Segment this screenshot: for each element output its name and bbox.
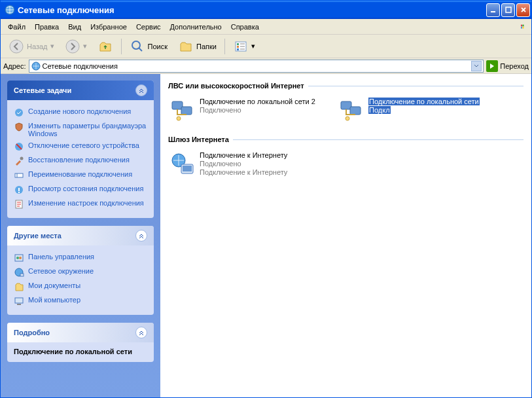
control-panel-icon bbox=[14, 253, 24, 263]
panel-body: Создание нового подключения Изменить пар… bbox=[7, 100, 154, 218]
svg-rect-34 bbox=[183, 166, 192, 172]
maximize-button[interactable] bbox=[501, 3, 515, 17]
up-button[interactable] bbox=[94, 37, 117, 56]
link-my-computer[interactable]: Мой компьютер bbox=[14, 294, 147, 308]
link-network-places[interactable]: Сетевое окружение bbox=[14, 265, 147, 280]
group-header-lan: ЛВС или высокоскоростной Интернет bbox=[163, 79, 529, 92]
task-new-connection[interactable]: Создание нового подключения bbox=[14, 105, 147, 120]
svg-rect-23 bbox=[20, 274, 24, 276]
menu-advanced[interactable]: Дополнительно bbox=[166, 21, 226, 33]
collapse-icon[interactable] bbox=[135, 327, 147, 338]
location-icon bbox=[31, 61, 41, 71]
collapse-icon[interactable] bbox=[135, 230, 147, 242]
repair-icon bbox=[14, 156, 24, 166]
group-items: Подключение по локальной сети 2 Подключе… bbox=[163, 92, 529, 133]
task-repair[interactable]: Восстановление подключения bbox=[14, 154, 147, 168]
panel-other-places: Другие места Панель управления Сетевое о… bbox=[7, 226, 154, 315]
svg-rect-7 bbox=[237, 43, 239, 45]
panel-body: Подключение по локальной сети bbox=[7, 342, 154, 362]
lan-icon bbox=[169, 98, 196, 124]
link-control-panel[interactable]: Панель управления bbox=[14, 251, 147, 265]
svg-rect-1 bbox=[491, 11, 495, 12]
status-icon bbox=[14, 185, 24, 195]
panel-network-tasks: Сетевые задачи Создание нового подключен… bbox=[7, 81, 154, 218]
task-firewall[interactable]: Изменить параметры брандмауэра Windows bbox=[14, 120, 147, 139]
panel-header[interactable]: Сетевые задачи bbox=[7, 81, 154, 100]
item-text: Подключение по локальной сети Подкл bbox=[368, 98, 499, 124]
documents-icon bbox=[14, 281, 24, 292]
item-text: Подключение по локальной сети 2 Подключе… bbox=[200, 98, 330, 124]
properties-icon bbox=[14, 199, 24, 209]
task-status[interactable]: Просмотр состояния подключения bbox=[14, 183, 147, 197]
svg-point-3 bbox=[10, 40, 23, 53]
svg-rect-14 bbox=[15, 173, 23, 177]
network-disable-icon bbox=[14, 141, 24, 152]
item-text: Подключение к Интернету Подключено Подкл… bbox=[200, 151, 330, 177]
chevron-down-icon: ▾ bbox=[83, 42, 87, 50]
menu-favorites[interactable]: Избранное bbox=[86, 21, 132, 33]
svg-rect-16 bbox=[18, 188, 20, 191]
task-disable[interactable]: Отключение сетевого устройства bbox=[14, 139, 147, 154]
svg-point-21 bbox=[19, 257, 22, 259]
back-button[interactable]: Назад ▾ bbox=[5, 37, 58, 56]
windows-flag-icon bbox=[516, 19, 531, 35]
shield-icon bbox=[14, 122, 24, 132]
window: Сетевые подключения Файл Правка Вид Избр… bbox=[0, 0, 532, 398]
task-properties[interactable]: Изменение настроек подключения bbox=[14, 197, 147, 211]
svg-point-20 bbox=[16, 257, 19, 259]
svg-rect-30 bbox=[350, 107, 361, 115]
group-items: Подключение к Интернету Подключено Подкл… bbox=[163, 146, 529, 187]
svg-point-11 bbox=[15, 109, 23, 117]
svg-point-4 bbox=[66, 40, 79, 53]
menu-file[interactable]: Файл bbox=[3, 21, 30, 33]
views-button[interactable]: ▾ bbox=[229, 37, 259, 56]
connection-item[interactable]: Подключение по локальной сети 2 Подключе… bbox=[168, 96, 332, 125]
folder-up-icon bbox=[98, 39, 113, 54]
panel-header[interactable]: Подробно bbox=[7, 323, 154, 342]
menubar: Файл Правка Вид Избранное Сервис Дополни… bbox=[1, 19, 531, 35]
panel-header[interactable]: Другие места bbox=[7, 226, 154, 245]
folders-icon bbox=[178, 39, 194, 54]
internet-gateway-icon bbox=[169, 151, 196, 177]
titlebar: Сетевые подключения bbox=[1, 1, 531, 19]
folders-button[interactable]: Папки bbox=[174, 37, 221, 56]
search-button[interactable]: Поиск bbox=[126, 37, 171, 56]
menu-edit[interactable]: Правка bbox=[30, 21, 63, 33]
svg-rect-8 bbox=[237, 46, 239, 48]
address-dropdown[interactable] bbox=[471, 61, 482, 71]
content: Сетевые задачи Создание нового подключен… bbox=[1, 74, 531, 397]
go-button[interactable]: Переход bbox=[486, 60, 529, 72]
svg-rect-17 bbox=[18, 192, 20, 193]
collapse-icon[interactable] bbox=[135, 84, 147, 96]
address-value: Сетевые подключения bbox=[43, 62, 118, 70]
rename-icon bbox=[14, 170, 24, 181]
address-bar: Адрес: Сетевые подключения Переход bbox=[1, 58, 531, 74]
window-title: Сетевые подключения bbox=[18, 5, 486, 15]
forward-icon bbox=[65, 39, 80, 54]
connection-item-selected[interactable]: Подключение по локальной сети Подкл bbox=[337, 96, 501, 125]
network-places-icon bbox=[14, 267, 24, 278]
address-input[interactable]: Сетевые подключения bbox=[29, 60, 484, 73]
wizard-icon bbox=[14, 107, 24, 118]
link-my-documents[interactable]: Мои документы bbox=[14, 280, 147, 294]
chevron-down-icon: ▾ bbox=[50, 42, 54, 50]
close-button[interactable] bbox=[516, 3, 530, 17]
separator bbox=[224, 39, 225, 54]
task-rename[interactable]: Переименование подключения bbox=[14, 168, 147, 183]
menu-view[interactable]: Вид bbox=[63, 21, 86, 33]
forward-button[interactable]: ▾ bbox=[61, 37, 91, 56]
svg-point-28 bbox=[177, 117, 181, 120]
gateway-item[interactable]: Подключение к Интернету Подключено Подкл… bbox=[168, 150, 332, 179]
toolbar: Назад ▾ ▾ Поиск Папки ▾ bbox=[1, 35, 531, 58]
minimize-button[interactable] bbox=[486, 3, 500, 17]
menu-service[interactable]: Сервис bbox=[132, 21, 166, 33]
svg-rect-9 bbox=[237, 48, 239, 50]
main-area: ЛВС или высокоскоростной Интернет Подклю… bbox=[160, 74, 531, 397]
svg-rect-24 bbox=[15, 298, 23, 303]
views-icon bbox=[233, 39, 249, 54]
search-icon bbox=[130, 39, 145, 54]
menu-help[interactable]: Справка bbox=[226, 21, 264, 33]
details-title: Подключение по локальной сети bbox=[14, 348, 147, 355]
svg-rect-27 bbox=[181, 107, 192, 115]
computer-icon bbox=[14, 296, 24, 306]
